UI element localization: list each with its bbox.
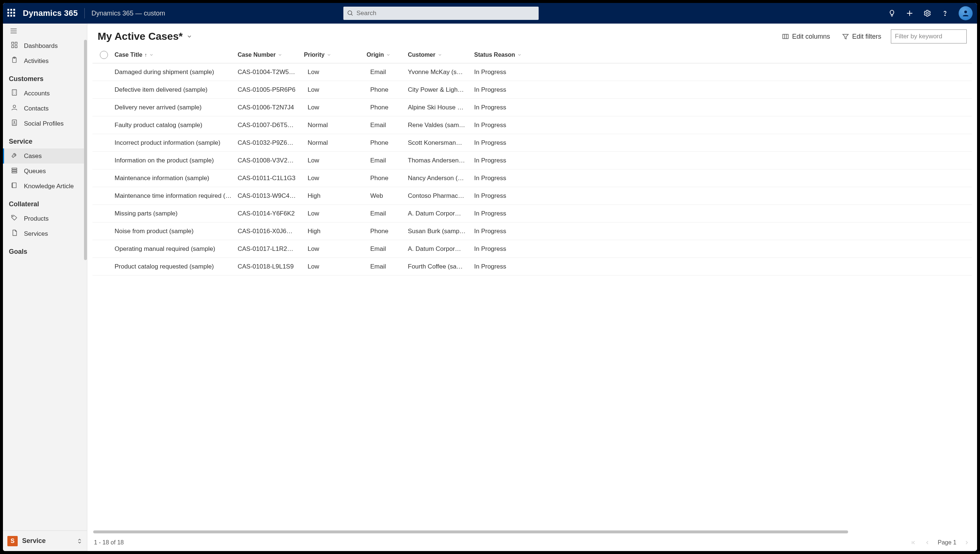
sidebar-item-knowledge-article[interactable]: Knowledge Article (3, 179, 86, 194)
col-header-number[interactable]: Case Number (237, 52, 304, 58)
cell-title[interactable]: Defective item delivered (sample) (112, 86, 237, 94)
cell-status: In Progress (474, 104, 522, 111)
edit-filters-button[interactable]: Edit filters (840, 31, 883, 42)
cell-priority: Normal (304, 139, 367, 146)
chevron-down-icon (327, 53, 331, 57)
cell-customer[interactable]: Alpine Ski House … (408, 104, 474, 111)
cell-origin: Email (367, 245, 408, 253)
first-page-button[interactable] (910, 539, 917, 546)
wrench-icon (11, 151, 18, 161)
svg-point-30 (13, 216, 13, 217)
brand-label: Dynamics 365 (23, 8, 78, 18)
cell-title[interactable]: Operating manual required (sample) (112, 245, 237, 253)
sidebar-item-social-profiles[interactable]: Social Profiles (3, 116, 86, 131)
cell-customer[interactable]: A. Datum Corpor… (408, 245, 474, 253)
cell-number: CAS-01032-P9Z6… (237, 139, 304, 146)
columns-icon (782, 33, 789, 40)
sidebar-item-queues[interactable]: Queues (3, 164, 86, 179)
table-row[interactable]: Maintenance time information required (s… (92, 187, 972, 205)
table-row[interactable]: Product catalog requested (sample)CAS-01… (92, 258, 972, 275)
svg-point-6 (964, 11, 967, 13)
sidebar-item-cases[interactable]: Cases (3, 148, 86, 164)
search-input[interactable] (343, 6, 539, 20)
help-icon[interactable] (941, 9, 949, 18)
collapse-sidebar-button[interactable] (3, 24, 87, 38)
user-avatar[interactable] (959, 6, 973, 20)
svg-point-25 (14, 121, 15, 123)
cell-title[interactable]: Information on the product (sample) (112, 157, 237, 164)
sidebar: DashboardsActivitiesCustomersAccountsCon… (3, 24, 87, 551)
sidebar-item-services[interactable]: Services (3, 226, 86, 241)
cell-status: In Progress (474, 175, 522, 182)
sidebar-item-products[interactable]: Products (3, 211, 86, 226)
view-selector[interactable]: My Active Cases* (98, 30, 192, 42)
gear-icon[interactable] (923, 9, 931, 18)
cell-title[interactable]: Noise from product (sample) (112, 228, 237, 235)
plus-icon[interactable] (905, 9, 914, 18)
cell-customer[interactable]: Scott Konersman… (408, 139, 474, 146)
horizontal-scrollbar[interactable] (93, 530, 971, 534)
table-row[interactable]: Noise from product (sample)CAS-01016-X0J… (92, 223, 972, 240)
prev-page-button[interactable] (924, 539, 931, 546)
sidebar-scrollbar[interactable] (84, 40, 87, 529)
table-row[interactable]: Missing parts (sample)CAS-01014-Y6F6K2Lo… (92, 205, 972, 223)
next-page-button[interactable] (963, 539, 970, 546)
cell-title[interactable]: Incorrect product information (sample) (112, 139, 237, 146)
col-header-title[interactable]: Case Title ↑ (112, 52, 237, 58)
cell-customer[interactable]: Nancy Anderson (… (408, 175, 474, 182)
area-label: Service (22, 537, 72, 545)
sidebar-item-activities[interactable]: Activities (3, 53, 86, 68)
cell-title[interactable]: Damaged during shipment (sample) (112, 68, 237, 76)
cell-customer[interactable]: City Power & Ligh… (408, 86, 474, 94)
cell-title[interactable]: Product catalog requested (sample) (112, 263, 237, 271)
col-header-origin[interactable]: Origin (367, 52, 408, 58)
area-switcher[interactable]: S Service (3, 530, 87, 551)
table-row[interactable]: Information on the product (sample)CAS-0… (92, 152, 972, 169)
cell-customer[interactable]: Susan Burk (samp… (408, 228, 474, 235)
svg-rect-11 (15, 42, 17, 45)
col-header-status[interactable]: Status Reason (474, 52, 522, 58)
app-launcher-icon[interactable] (7, 9, 16, 18)
keyword-filter-input[interactable] (891, 29, 967, 43)
cell-number: CAS-01013-W9C4… (237, 192, 304, 200)
table-row[interactable]: Damaged during shipment (sample)CAS-0100… (92, 64, 972, 81)
select-all-checkbox[interactable] (96, 51, 112, 59)
col-header-priority[interactable]: Priority (304, 52, 367, 58)
dashboard-icon (11, 41, 18, 51)
sidebar-item-contacts[interactable]: Contacts (3, 101, 86, 116)
sidebar-item-accounts[interactable]: Accounts (3, 86, 86, 101)
cell-customer[interactable]: Contoso Pharmac… (408, 192, 474, 200)
grid-body[interactable]: Damaged during shipment (sample)CAS-0100… (92, 64, 972, 530)
cell-customer[interactable]: Yvonne McKay (s… (408, 68, 474, 76)
cell-status: In Progress (474, 245, 522, 253)
sort-asc-icon: ↑ (144, 52, 147, 58)
table-row[interactable]: Operating manual required (sample)CAS-01… (92, 240, 972, 258)
lightbulb-icon[interactable] (888, 9, 896, 18)
table-row[interactable]: Incorrect product information (sample)CA… (92, 134, 972, 152)
cell-priority: High (304, 228, 367, 235)
cell-status: In Progress (474, 139, 522, 146)
col-header-customer[interactable]: Customer (408, 52, 474, 58)
table-row[interactable]: Defective item delivered (sample)CAS-010… (92, 81, 972, 99)
table-row[interactable]: Maintenance information (sample)CAS-0101… (92, 169, 972, 187)
edit-columns-button[interactable]: Edit columns (779, 31, 832, 42)
environment-label[interactable]: Dynamics 365 — custom (91, 10, 165, 18)
view-header: My Active Cases* Edit columns Edit filte… (87, 24, 977, 46)
cell-customer[interactable]: Fourth Coffee (sa… (408, 263, 474, 271)
sidebar-item-dashboards[interactable]: Dashboards (3, 38, 86, 53)
cell-title[interactable]: Maintenance information (sample) (112, 175, 237, 182)
cell-customer[interactable]: Rene Valdes (sam… (408, 121, 474, 129)
global-search[interactable] (343, 6, 539, 20)
chevron-down-icon (386, 53, 390, 57)
cell-customer[interactable]: Thomas Andersen… (408, 157, 474, 164)
cell-title[interactable]: Missing parts (sample) (112, 210, 237, 217)
cell-title[interactable]: Delivery never arrived (sample) (112, 104, 237, 111)
cell-title[interactable]: Maintenance time information required (s… (112, 192, 237, 200)
cell-customer[interactable]: A. Datum Corpor… (408, 210, 474, 217)
cell-title[interactable]: Faulty product catalog (sample) (112, 121, 237, 129)
cell-origin: Phone (367, 228, 408, 235)
table-row[interactable]: Delivery never arrived (sample)CAS-01006… (92, 99, 972, 116)
table-row[interactable]: Faulty product catalog (sample)CAS-01007… (92, 116, 972, 134)
sidebar-item-label: Activities (24, 57, 49, 65)
svg-point-5 (945, 15, 945, 16)
